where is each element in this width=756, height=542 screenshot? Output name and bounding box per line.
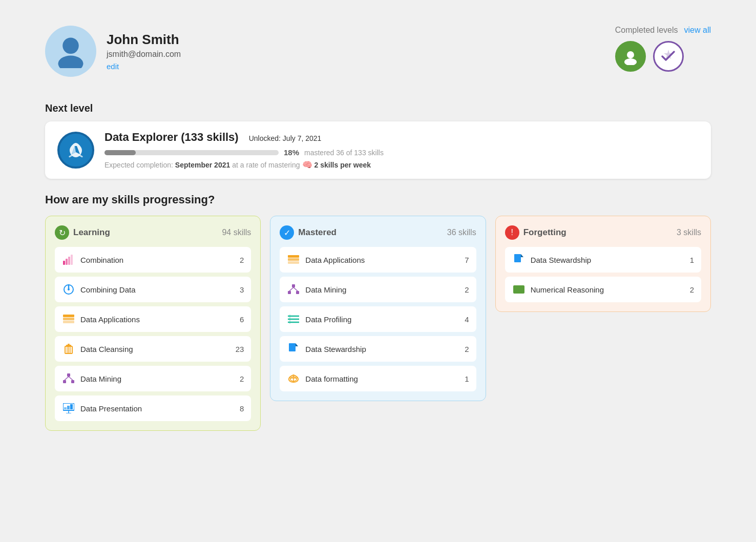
level-icon-circle [57,132,94,169]
svg-line-39 [289,287,293,291]
skill-count: 2 [240,256,244,264]
skill-name: Data Presentation [80,404,235,413]
level-unlocked: Unlocked: July 7, 2021 [249,134,322,142]
skill-item: Data Stewardship 2 [280,336,476,362]
level-name: Data Explorer (133 skills) [104,131,239,144]
mastered-title: Mastered [298,227,337,238]
data-profiling-icon [287,312,300,326]
svg-rect-9 [71,255,73,265]
avatar [45,26,96,77]
svg-rect-36 [292,284,295,287]
svg-rect-8 [68,257,70,265]
data-mining-icon [287,283,300,296]
level-details: Data Explorer (133 skills) Unlocked: Jul… [104,131,699,170]
svg-point-0 [62,38,79,54]
badge-purple [653,41,684,72]
skills-title: How are my skills progressing? [45,193,711,206]
svg-rect-28 [64,407,67,409]
forgetting-header: ! Forgetting 3 skills [505,225,701,240]
svg-rect-21 [68,344,70,345]
data-presentation-icon [62,402,75,415]
svg-rect-49 [514,254,521,262]
svg-rect-45 [289,343,296,351]
profile-email: jsmith@domain.com [107,50,181,59]
skill-count: 3 [240,285,244,294]
svg-point-3 [624,58,637,65]
skill-count: 2 [690,285,694,294]
skill-item: Data Mining 2 [280,277,476,302]
forgetting-title: Forgetting [523,227,566,238]
edit-link[interactable]: edit [107,62,181,71]
svg-rect-24 [71,380,74,383]
svg-rect-35 [288,261,299,264]
combining-data-icon [62,283,75,296]
skill-count: 8 [240,404,244,413]
expected-row: Expected completion: September 2021 at a… [104,160,699,170]
learning-title: Learning [73,227,110,238]
svg-point-2 [627,51,634,58]
forgetting-column: ! Forgetting 3 skills Data Stewardship 1 [495,216,711,312]
learning-icon: ↻ [55,225,69,240]
view-all-link[interactable]: view all [684,26,711,35]
svg-rect-14 [63,318,74,320]
svg-rect-13 [63,315,74,317]
svg-marker-50 [521,254,523,257]
svg-rect-29 [67,406,70,409]
data-formatting-icon [287,372,300,385]
svg-rect-5 [79,154,83,158]
skill-count: 2 [465,285,469,294]
skill-name: Combining Data [80,285,235,294]
skill-item: Combining Data 3 [55,277,251,302]
svg-line-40 [293,287,298,291]
progress-bar-bg [104,150,279,155]
numerical-reasoning-icon [512,283,526,296]
completed-header: Completed levels view all [615,26,711,35]
skill-item: Combination 2 [55,247,251,273]
skill-item: Data Applications 7 [280,247,476,273]
svg-point-12 [68,288,70,290]
skill-name: Data Stewardship [531,256,685,264]
svg-rect-15 [63,321,74,323]
svg-line-25 [65,377,69,380]
skill-count: 1 [690,256,694,264]
next-level-section: Next level Data Explorer (133 skills) Un… [45,102,711,179]
skill-item: Data formatting 1 [280,366,476,391]
profile-section: John Smith jsmith@domain.com edit Comple… [45,15,711,87]
completed-badges [615,41,684,72]
svg-rect-20 [66,345,71,346]
skill-name: Numerical Reasoning [531,285,685,294]
mastered-header: ✓ Mastered 36 skills [280,225,476,240]
skill-count: 2 [465,345,469,353]
svg-rect-30 [70,404,73,409]
svg-line-26 [69,377,73,380]
skill-item: Data Applications 6 [55,306,251,332]
svg-rect-22 [67,373,70,377]
svg-rect-38 [296,291,299,294]
mastered-column: ✓ Mastered 36 skills Data Application [270,216,486,401]
level-name-row: Data Explorer (133 skills) Unlocked: Jul… [104,131,699,144]
completed-label: Completed levels [615,26,678,35]
skill-name: Data Mining [305,285,459,294]
svg-rect-23 [63,380,66,383]
skill-item: Data Mining 2 [55,366,251,391]
skill-name: Data Profiling [305,315,459,324]
profile-left: John Smith jsmith@domain.com edit [45,26,181,77]
skill-count: 23 [236,345,244,353]
progress-detail: mastered 36 of 133 skills [304,149,384,157]
combination-icon [62,253,75,266]
skills-grid: ↻ Learning 94 skills C [45,216,711,431]
page-container: John Smith jsmith@domain.com edit Comple… [45,15,711,431]
data-stewardship-icon [512,253,526,266]
forgetting-count: 3 skills [677,228,701,237]
skill-item: Numerical Reasoning 2 [505,277,701,302]
svg-point-1 [58,56,83,69]
svg-rect-37 [288,291,291,294]
skill-name: Data Applications [305,256,459,264]
skill-count: 7 [465,256,469,264]
svg-rect-4 [69,154,73,158]
skill-item: Data Cleansing 23 [55,336,251,362]
progress-percent: 18% [284,148,299,157]
svg-rect-51 [513,285,524,294]
data-cleansing-icon [62,342,75,356]
mastered-count: 36 skills [447,228,476,237]
